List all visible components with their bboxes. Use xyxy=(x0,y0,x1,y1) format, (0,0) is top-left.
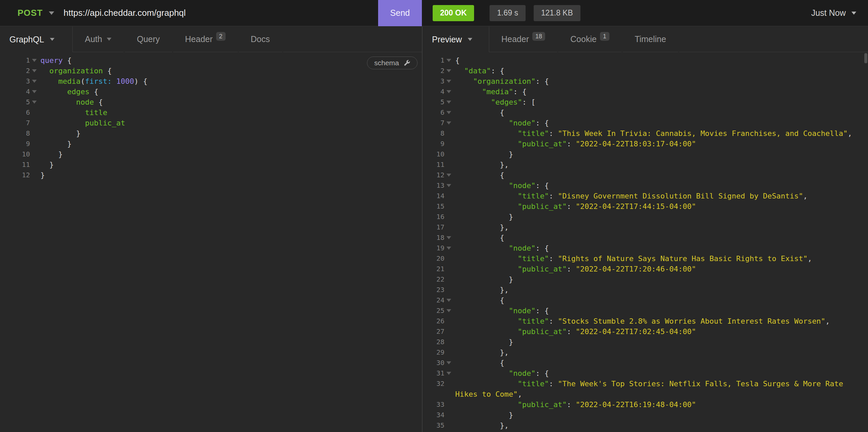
fold-toggle[interactable] xyxy=(444,66,455,76)
fold-toggle[interactable] xyxy=(444,107,455,118)
header-count-badge: 18 xyxy=(532,32,545,41)
line-number: 6 xyxy=(423,107,444,118)
fold-spacer xyxy=(444,160,455,170)
fold-arrow-icon[interactable] xyxy=(446,111,451,114)
fold-toggle[interactable] xyxy=(444,76,455,87)
fold-spacer xyxy=(444,191,455,201)
fold-arrow-icon[interactable] xyxy=(32,101,37,104)
fold-toggle[interactable] xyxy=(444,243,455,253)
fold-arrow-icon[interactable] xyxy=(446,90,451,93)
fold-toggle[interactable] xyxy=(30,97,40,107)
fold-arrow-icon[interactable] xyxy=(446,309,451,312)
fold-arrow-icon[interactable] xyxy=(446,372,451,375)
code-text: "edges": [ xyxy=(455,97,868,107)
fold-toggle[interactable] xyxy=(444,180,455,191)
line-number: 29 xyxy=(423,347,444,358)
url-input[interactable]: https://api.cheddar.com/graphql xyxy=(64,8,378,18)
fold-arrow-icon[interactable] xyxy=(446,246,451,250)
tab-header-response[interactable]: Header 18 xyxy=(489,27,557,52)
body-type-dropdown[interactable]: GraphQL xyxy=(0,27,73,52)
code-line: 21 "public_at": "2022-04-22T17:20:46-04:… xyxy=(423,264,868,274)
fold-arrow-icon[interactable] xyxy=(446,122,451,125)
line-number: 3 xyxy=(0,76,30,87)
fold-arrow-icon[interactable] xyxy=(32,80,37,83)
code-line: 7 "node": { xyxy=(423,118,868,128)
code-line: 2 "data": { xyxy=(423,66,868,76)
tab-query[interactable]: Query xyxy=(125,27,172,52)
view-type-dropdown[interactable]: Preview xyxy=(423,27,489,52)
fold-arrow-icon[interactable] xyxy=(32,90,37,93)
tab-cookie[interactable]: Cookie 1 xyxy=(558,27,622,52)
send-button[interactable]: Send xyxy=(378,0,422,26)
line-number: 7 xyxy=(0,118,30,128)
fold-toggle[interactable] xyxy=(30,76,40,87)
line-number: 1 xyxy=(0,55,30,66)
tab-header-request[interactable]: Header 2 xyxy=(173,27,238,52)
line-number: 24 xyxy=(423,295,444,305)
method-dropdown[interactable]: POST xyxy=(18,8,54,18)
request-tab-bar: GraphQL Auth Query Header 2 Docs xyxy=(0,27,422,52)
view-type-label: Preview xyxy=(432,35,462,44)
method-label: POST xyxy=(18,8,43,18)
fold-toggle[interactable] xyxy=(444,431,455,432)
fold-arrow-icon[interactable] xyxy=(446,361,451,364)
fold-arrow-icon[interactable] xyxy=(446,174,451,177)
fold-toggle[interactable] xyxy=(30,87,40,97)
fold-toggle[interactable] xyxy=(444,97,455,107)
tab-docs[interactable]: Docs xyxy=(239,27,282,52)
fold-toggle[interactable] xyxy=(30,55,40,66)
tab-auth[interactable]: Auth xyxy=(73,27,124,52)
fold-arrow-icon[interactable] xyxy=(446,299,451,302)
line-number: 22 xyxy=(423,274,444,285)
cookie-count-badge: 1 xyxy=(600,32,610,41)
history-dropdown[interactable]: Just Now xyxy=(811,8,857,18)
scrollbar-thumb[interactable] xyxy=(864,53,867,63)
fold-toggle[interactable] xyxy=(444,368,455,378)
line-number: 9 xyxy=(0,139,30,149)
fold-arrow-icon[interactable] xyxy=(446,80,451,83)
fold-arrow-icon[interactable] xyxy=(446,236,451,239)
fold-spacer xyxy=(444,316,455,326)
fold-toggle[interactable] xyxy=(444,295,455,305)
tab-timeline[interactable]: Timeline xyxy=(623,27,678,52)
response-tab-bar: Preview Header 18 Cookie 1 Timeline xyxy=(422,27,868,52)
fold-spacer xyxy=(444,139,455,149)
fold-toggle[interactable] xyxy=(444,55,455,66)
fold-toggle[interactable] xyxy=(30,66,40,76)
line-number: 2 xyxy=(0,66,30,76)
line-number: 21 xyxy=(423,264,444,274)
fold-arrow-icon[interactable] xyxy=(32,69,37,72)
fold-spacer xyxy=(30,118,40,128)
code-text: media(first: 1000) { xyxy=(40,76,422,87)
fold-arrow-icon[interactable] xyxy=(446,69,451,72)
fold-spacer xyxy=(30,170,40,180)
code-text: }, xyxy=(455,347,868,358)
code-line: 2 organization { xyxy=(0,66,422,76)
code-line: 15 "public_at": "2022-04-22T17:44:15-04:… xyxy=(423,201,868,212)
fold-spacer xyxy=(444,399,455,410)
time-badge: 1.69 s xyxy=(490,5,526,21)
code-text: } xyxy=(455,410,868,420)
fold-arrow-icon[interactable] xyxy=(446,101,451,104)
code-line: 13 "node": { xyxy=(423,180,868,191)
code-line: 11 }, xyxy=(423,160,868,170)
line-number: 28 xyxy=(423,337,444,347)
fold-toggle[interactable] xyxy=(444,170,455,180)
code-text: } xyxy=(455,274,868,285)
code-text: } xyxy=(40,160,422,170)
fold-toggle[interactable] xyxy=(444,358,455,368)
fold-arrow-icon[interactable] xyxy=(446,59,451,62)
request-body-editor[interactable]: 1query {2 organization {3 media(first: 1… xyxy=(0,52,422,432)
code-line: 8 "title": "This Week In Trivia: Cannabi… xyxy=(423,128,868,139)
code-line: 36 { xyxy=(423,431,868,432)
schema-button[interactable]: schema xyxy=(367,57,417,69)
fold-toggle[interactable] xyxy=(444,305,455,316)
fold-toggle[interactable] xyxy=(444,232,455,243)
fold-toggle[interactable] xyxy=(444,118,455,128)
tab-label: Header xyxy=(501,34,529,44)
line-number: 3 xyxy=(423,76,444,87)
fold-arrow-icon[interactable] xyxy=(446,184,451,187)
fold-arrow-icon[interactable] xyxy=(32,59,37,62)
fold-toggle[interactable] xyxy=(444,87,455,97)
code-text: }, xyxy=(455,160,868,170)
